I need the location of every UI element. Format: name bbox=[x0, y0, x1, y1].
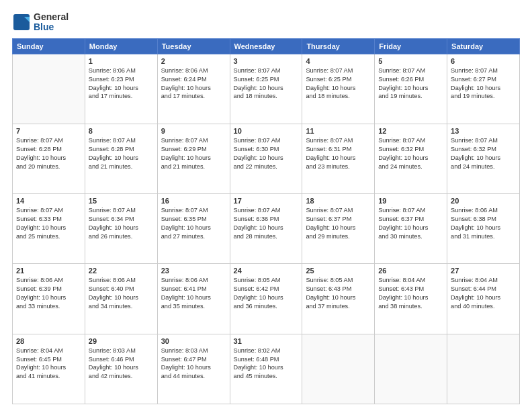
calendar-cell: 3Sunrise: 8:07 AM Sunset: 6:25 PM Daylig… bbox=[230, 54, 302, 124]
calendar-cell: 11Sunrise: 8:07 AM Sunset: 6:31 PM Dayli… bbox=[302, 124, 375, 194]
day-number: 29 bbox=[89, 337, 154, 345]
day-info: Sunrise: 8:07 AM Sunset: 6:30 PM Dayligh… bbox=[234, 136, 299, 171]
weekday-thursday: Thursday bbox=[302, 38, 375, 54]
day-info: Sunrise: 8:06 AM Sunset: 6:38 PM Dayligh… bbox=[451, 206, 516, 241]
header: General Blue bbox=[12, 12, 520, 33]
weekday-friday: Friday bbox=[375, 38, 447, 54]
calendar-cell: 15Sunrise: 8:07 AM Sunset: 6:34 PM Dayli… bbox=[85, 194, 157, 264]
day-info: Sunrise: 8:03 AM Sunset: 6:46 PM Dayligh… bbox=[89, 347, 154, 381]
day-number: 14 bbox=[16, 197, 81, 205]
calendar-cell: 6Sunrise: 8:07 AM Sunset: 6:27 PM Daylig… bbox=[447, 54, 520, 124]
day-number: 31 bbox=[234, 337, 299, 345]
week-row-1: 1Sunrise: 8:06 AM Sunset: 6:23 PM Daylig… bbox=[13, 54, 520, 124]
day-info: Sunrise: 8:07 AM Sunset: 6:37 PM Dayligh… bbox=[378, 206, 443, 241]
day-info: Sunrise: 8:07 AM Sunset: 6:32 PM Dayligh… bbox=[378, 136, 443, 171]
day-info: Sunrise: 8:07 AM Sunset: 6:28 PM Dayligh… bbox=[89, 136, 154, 171]
day-info: Sunrise: 8:07 AM Sunset: 6:34 PM Dayligh… bbox=[89, 206, 154, 241]
calendar-cell: 26Sunrise: 8:04 AM Sunset: 6:43 PM Dayli… bbox=[375, 264, 447, 334]
day-number: 20 bbox=[451, 197, 516, 205]
day-number: 23 bbox=[161, 267, 226, 275]
day-info: Sunrise: 8:07 AM Sunset: 6:27 PM Dayligh… bbox=[451, 66, 516, 101]
day-info: Sunrise: 8:06 AM Sunset: 6:24 PM Dayligh… bbox=[161, 66, 226, 101]
day-number: 1 bbox=[89, 57, 154, 65]
calendar-cell: 17Sunrise: 8:07 AM Sunset: 6:36 PM Dayli… bbox=[230, 194, 302, 264]
day-number: 9 bbox=[161, 127, 226, 135]
weekday-monday: Monday bbox=[85, 38, 157, 54]
calendar-cell: 1Sunrise: 8:06 AM Sunset: 6:23 PM Daylig… bbox=[85, 54, 157, 124]
week-row-3: 14Sunrise: 8:07 AM Sunset: 6:33 PM Dayli… bbox=[13, 194, 520, 264]
calendar-cell: 4Sunrise: 8:07 AM Sunset: 6:25 PM Daylig… bbox=[302, 54, 375, 124]
day-number: 7 bbox=[16, 127, 81, 135]
day-info: Sunrise: 8:06 AM Sunset: 6:23 PM Dayligh… bbox=[89, 66, 154, 101]
day-info: Sunrise: 8:07 AM Sunset: 6:26 PM Dayligh… bbox=[378, 66, 443, 101]
day-number: 30 bbox=[161, 337, 226, 345]
day-info: Sunrise: 8:04 AM Sunset: 6:43 PM Dayligh… bbox=[378, 276, 443, 311]
calendar-cell: 8Sunrise: 8:07 AM Sunset: 6:28 PM Daylig… bbox=[85, 124, 157, 194]
calendar-table: SundayMondayTuesdayWednesdayThursdayFrid… bbox=[12, 38, 520, 404]
calendar-page: General Blue SundayMondayTuesdayWednesda… bbox=[0, 0, 532, 411]
calendar-cell: 2Sunrise: 8:06 AM Sunset: 6:24 PM Daylig… bbox=[157, 54, 230, 124]
day-number: 27 bbox=[451, 267, 516, 275]
calendar-cell: 23Sunrise: 8:06 AM Sunset: 6:41 PM Dayli… bbox=[157, 264, 230, 334]
day-number: 16 bbox=[161, 197, 226, 205]
weekday-wednesday: Wednesday bbox=[230, 38, 302, 54]
day-number: 2 bbox=[161, 57, 226, 65]
weekday-tuesday: Tuesday bbox=[157, 38, 230, 54]
day-number: 10 bbox=[234, 127, 299, 135]
logo-icon bbox=[12, 13, 31, 32]
day-info: Sunrise: 8:07 AM Sunset: 6:25 PM Dayligh… bbox=[306, 66, 371, 101]
day-number: 19 bbox=[378, 197, 443, 205]
calendar-cell: 16Sunrise: 8:07 AM Sunset: 6:35 PM Dayli… bbox=[157, 194, 230, 264]
calendar-cell: 19Sunrise: 8:07 AM Sunset: 6:37 PM Dayli… bbox=[375, 194, 447, 264]
day-number: 6 bbox=[451, 57, 516, 65]
calendar-cell: 25Sunrise: 8:05 AM Sunset: 6:43 PM Dayli… bbox=[302, 264, 375, 334]
calendar-cell: 24Sunrise: 8:05 AM Sunset: 6:42 PM Dayli… bbox=[230, 264, 302, 334]
weekday-header-row: SundayMondayTuesdayWednesdayThursdayFrid… bbox=[13, 38, 520, 54]
day-info: Sunrise: 8:02 AM Sunset: 6:48 PM Dayligh… bbox=[234, 347, 299, 381]
day-number: 4 bbox=[306, 57, 371, 65]
calendar-cell: 31Sunrise: 8:02 AM Sunset: 6:48 PM Dayli… bbox=[230, 334, 302, 404]
calendar-cell: 29Sunrise: 8:03 AM Sunset: 6:46 PM Dayli… bbox=[85, 334, 157, 404]
weekday-sunday: Sunday bbox=[13, 38, 85, 54]
day-number: 5 bbox=[378, 57, 443, 65]
calendar-cell: 12Sunrise: 8:07 AM Sunset: 6:32 PM Dayli… bbox=[375, 124, 447, 194]
day-number: 3 bbox=[234, 57, 299, 65]
calendar-cell: 18Sunrise: 8:07 AM Sunset: 6:37 PM Dayli… bbox=[302, 194, 375, 264]
week-row-5: 28Sunrise: 8:04 AM Sunset: 6:45 PM Dayli… bbox=[13, 334, 520, 404]
day-info: Sunrise: 8:06 AM Sunset: 6:41 PM Dayligh… bbox=[161, 276, 226, 311]
calendar-cell: 14Sunrise: 8:07 AM Sunset: 6:33 PM Dayli… bbox=[13, 194, 85, 264]
day-info: Sunrise: 8:04 AM Sunset: 6:45 PM Dayligh… bbox=[16, 347, 81, 381]
day-number: 21 bbox=[16, 267, 81, 275]
day-info: Sunrise: 8:07 AM Sunset: 6:25 PM Dayligh… bbox=[234, 66, 299, 101]
day-info: Sunrise: 8:07 AM Sunset: 6:28 PM Dayligh… bbox=[16, 136, 81, 171]
week-row-4: 21Sunrise: 8:06 AM Sunset: 6:39 PM Dayli… bbox=[13, 264, 520, 334]
day-number: 17 bbox=[234, 197, 299, 205]
logo-text-line1: General bbox=[34, 12, 69, 22]
day-number: 8 bbox=[89, 127, 154, 135]
calendar-cell: 5Sunrise: 8:07 AM Sunset: 6:26 PM Daylig… bbox=[375, 54, 447, 124]
calendar-cell: 20Sunrise: 8:06 AM Sunset: 6:38 PM Dayli… bbox=[447, 194, 520, 264]
day-number: 11 bbox=[306, 127, 371, 135]
day-info: Sunrise: 8:07 AM Sunset: 6:33 PM Dayligh… bbox=[16, 206, 81, 241]
week-row-2: 7Sunrise: 8:07 AM Sunset: 6:28 PM Daylig… bbox=[13, 124, 520, 194]
day-info: Sunrise: 8:07 AM Sunset: 6:35 PM Dayligh… bbox=[161, 206, 226, 241]
day-info: Sunrise: 8:04 AM Sunset: 6:44 PM Dayligh… bbox=[451, 276, 516, 311]
day-info: Sunrise: 8:05 AM Sunset: 6:43 PM Dayligh… bbox=[306, 276, 371, 311]
day-info: Sunrise: 8:07 AM Sunset: 6:31 PM Dayligh… bbox=[306, 136, 371, 171]
day-number: 12 bbox=[378, 127, 443, 135]
day-info: Sunrise: 8:06 AM Sunset: 6:39 PM Dayligh… bbox=[16, 276, 81, 311]
svg-rect-0 bbox=[13, 14, 30, 30]
calendar-cell: 22Sunrise: 8:06 AM Sunset: 6:40 PM Dayli… bbox=[85, 264, 157, 334]
day-number: 26 bbox=[378, 267, 443, 275]
calendar-cell: 10Sunrise: 8:07 AM Sunset: 6:30 PM Dayli… bbox=[230, 124, 302, 194]
day-info: Sunrise: 8:07 AM Sunset: 6:32 PM Dayligh… bbox=[451, 136, 516, 171]
day-number: 15 bbox=[89, 197, 154, 205]
logo-text-line2: Blue bbox=[34, 22, 69, 32]
calendar-cell bbox=[375, 334, 447, 404]
logo: General Blue bbox=[12, 12, 69, 33]
day-number: 24 bbox=[234, 267, 299, 275]
calendar-cell: 9Sunrise: 8:07 AM Sunset: 6:29 PM Daylig… bbox=[157, 124, 230, 194]
day-number: 25 bbox=[306, 267, 371, 275]
day-info: Sunrise: 8:07 AM Sunset: 6:36 PM Dayligh… bbox=[234, 206, 299, 241]
calendar-cell: 21Sunrise: 8:06 AM Sunset: 6:39 PM Dayli… bbox=[13, 264, 85, 334]
